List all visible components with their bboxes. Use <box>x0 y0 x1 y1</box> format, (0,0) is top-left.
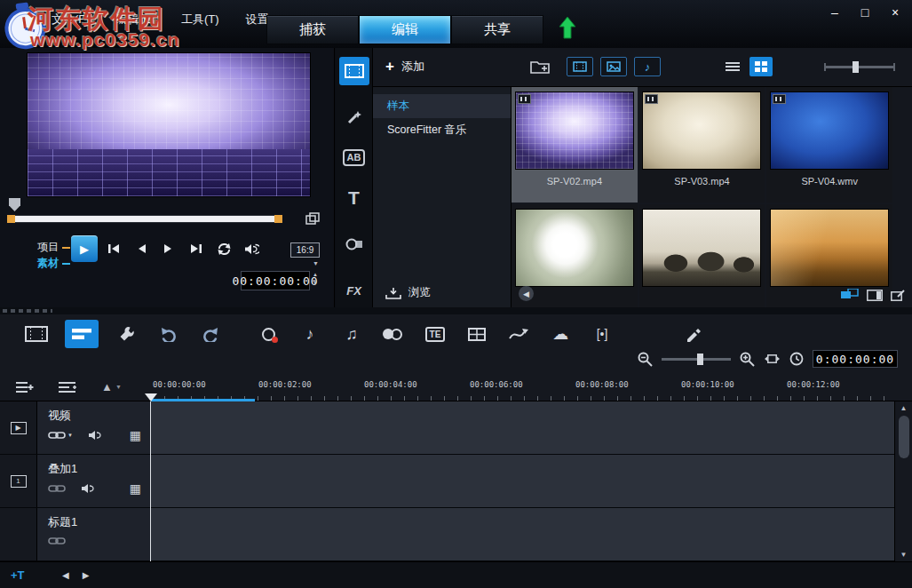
multicam-editor-button[interactable] <box>464 320 490 348</box>
subtitle-editor-button[interactable]: TE <box>422 320 448 348</box>
panel-splitter[interactable] <box>0 307 912 314</box>
volume-button[interactable] <box>242 240 260 258</box>
aspect-caret-icon[interactable]: ▼ <box>313 260 319 266</box>
mute-toggle[interactable] <box>81 483 94 494</box>
tools-button[interactable] <box>114 320 140 348</box>
ripple-edit-button[interactable]: ▲ ▼ <box>101 380 122 393</box>
maximize-button[interactable]: □ <box>857 5 873 20</box>
menu-file[interactable]: 文件(F) <box>52 12 90 28</box>
update-arrow-icon[interactable] <box>559 16 576 39</box>
tab-share[interactable]: 共享 <box>451 15 543 44</box>
link-toggle[interactable]: ▼ <box>48 431 73 440</box>
timecode-stepper[interactable]: ▲ ▼ <box>313 271 318 288</box>
swap-track-button[interactable]: +T <box>11 568 25 582</box>
menu-tools[interactable]: 工具(T) <box>181 12 219 28</box>
preview-video[interactable] <box>27 52 311 197</box>
undo-button[interactable] <box>155 320 182 348</box>
edit-panel-button[interactable] <box>891 290 905 301</box>
sound-mixer-button[interactable]: ♪ <box>297 320 323 348</box>
filter-category-button[interactable]: FX <box>339 276 369 305</box>
fit-timeline-button[interactable] <box>764 353 781 365</box>
video-track-content[interactable] <box>151 401 912 454</box>
project-mode-toggle[interactable]: 项目 <box>37 240 70 255</box>
next-frame-button[interactable] <box>160 240 178 258</box>
gallery-item-samples[interactable]: 样本 <box>373 94 511 118</box>
mask-creator-button[interactable] <box>380 320 407 348</box>
link-toggle[interactable] <box>48 484 66 493</box>
filter-video-button[interactable] <box>567 57 593 76</box>
timeline-zoom-handle[interactable] <box>697 354 703 365</box>
media-category-button[interactable] <box>339 57 369 85</box>
menu-edit[interactable]: 编辑(E) <box>116 12 155 28</box>
title-track-gutter[interactable] <box>0 508 37 560</box>
media-card[interactable]: SP-V04.wmv <box>766 87 892 203</box>
link-toggle[interactable] <box>48 536 66 545</box>
zoom-slider-handle[interactable] <box>853 61 859 73</box>
overlay-track-content[interactable] <box>151 455 912 507</box>
painting-creator-button[interactable] <box>680 320 707 348</box>
track-grid-toggle[interactable]: ▦ <box>130 481 141 496</box>
preview-timecode[interactable]: 00:00:00:00 <box>241 271 310 290</box>
media-card[interactable]: SP-V02.mp4 <box>512 87 638 203</box>
cloud-button[interactable]: ☁ <box>547 320 574 348</box>
filter-photo-button[interactable] <box>600 57 627 76</box>
motion-tracking-button[interactable] <box>505 320 532 348</box>
scroll-left-button[interactable]: ◀ <box>519 286 534 301</box>
list-view-button[interactable] <box>721 57 744 76</box>
ruler-clock-button[interactable] <box>789 352 804 366</box>
gallery-item-scorefitter[interactable]: ScoreFitter 音乐 <box>373 118 511 142</box>
tracking-button[interactable]: [•] <box>589 320 615 348</box>
storyboard-view-button[interactable] <box>23 320 50 348</box>
grid-view-button[interactable] <box>749 57 773 76</box>
graphics-category-button[interactable] <box>339 230 369 258</box>
mute-toggle[interactable] <box>88 430 101 441</box>
overlay-track-gutter[interactable]: 1 <box>0 455 37 507</box>
aspect-ratio-select[interactable]: 16:9 <box>290 242 320 258</box>
title-category-button[interactable]: T <box>339 184 369 212</box>
scroll-right-arrow[interactable]: ▶ <box>83 570 90 580</box>
media-card[interactable] <box>639 204 765 307</box>
scrub-bar[interactable] <box>7 215 282 223</box>
record-capture-button[interactable] <box>255 320 282 348</box>
stepper-up-icon[interactable]: ▲ <box>313 271 318 279</box>
overlay-track-header[interactable]: 叠加1 ▦ <box>37 455 151 507</box>
thumbnail-zoom-slider[interactable] <box>824 66 895 68</box>
timeline-zoom-slider[interactable] <box>662 358 731 361</box>
scroll-down-button[interactable]: ▼ <box>895 551 912 559</box>
loop-button[interactable] <box>215 240 233 258</box>
title-track-header[interactable]: 标题1 <box>37 508 151 560</box>
browse-button[interactable]: 浏览 <box>385 285 431 300</box>
insert-track-button[interactable] <box>59 381 76 393</box>
instant-project-button[interactable] <box>339 103 369 131</box>
scrollbar-thumb[interactable] <box>899 416 909 458</box>
auto-music-button[interactable]: ♫ <box>338 320 365 348</box>
transitions-category-button[interactable]: AB <box>343 149 366 166</box>
scroll-up-button[interactable]: ▲ <box>895 404 912 412</box>
video-track-gutter[interactable]: ▶ <box>0 401 37 454</box>
title-track-content[interactable] <box>151 508 912 560</box>
add-button[interactable]: + 添加 <box>385 59 424 75</box>
timeline-view-button[interactable] <box>65 320 99 348</box>
import-folder-button[interactable] <box>530 59 550 74</box>
go-start-button[interactable] <box>105 240 123 258</box>
track-scrollbar[interactable]: ▲ ▼ <box>894 401 912 561</box>
minimize-button[interactable]: – <box>827 5 843 20</box>
clip-mode-toggle[interactable]: 素材 <box>37 256 70 271</box>
go-end-button[interactable] <box>187 240 205 258</box>
timeline-ruler[interactable]: 00:00:00:00 00:00:02:00 00:00:04:00 00:0… <box>151 375 892 401</box>
zoom-out-button[interactable] <box>638 352 653 367</box>
trim-marker[interactable] <box>9 198 20 211</box>
media-card[interactable]: SP-V03.mp4 <box>639 87 765 203</box>
playhead-handle[interactable] <box>145 393 157 401</box>
zoom-in-button[interactable] <box>740 352 755 367</box>
dual-display-button[interactable] <box>841 289 859 301</box>
filter-audio-button[interactable]: ♪ <box>634 57 661 76</box>
tab-capture[interactable]: 捕获 <box>266 15 359 44</box>
scroll-left-arrow[interactable]: ◀ <box>62 570 69 580</box>
enlarge-preview-icon[interactable] <box>305 212 320 225</box>
close-button[interactable]: × <box>887 5 903 20</box>
track-grid-toggle[interactable]: ▦ <box>130 428 141 442</box>
prev-frame-button[interactable] <box>132 240 150 258</box>
redo-button[interactable] <box>197 320 224 348</box>
tab-edit[interactable]: 编辑 <box>359 15 451 44</box>
